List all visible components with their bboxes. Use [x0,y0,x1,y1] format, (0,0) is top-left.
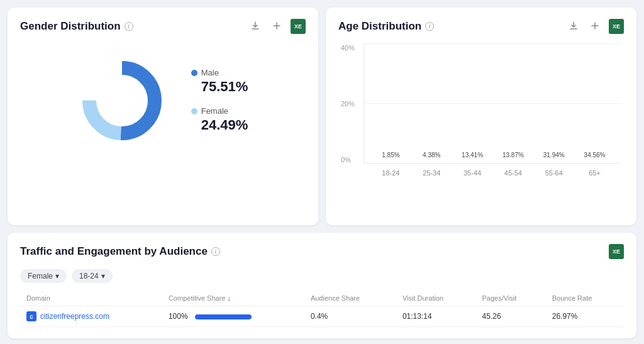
male-legend-label: Male [191,68,248,77]
male-value: 75.51% [191,79,248,95]
table-row-0: c citizenfreepress.com 100% 0.4%01:13:14… [20,306,624,327]
gender-chart-content: Male 75.51% Female 24.49% [20,44,306,157]
col-header-4: Pages/Visit [476,291,546,306]
traffic-info-icon[interactable]: i [211,247,220,256]
audience-share-cell-0: 0.4% [304,306,396,327]
filter-chevron: ▾ [55,272,59,280]
col-label-5: Bounce Rate [552,294,592,302]
chart-bars-container: 1.85%18-244.38%25-3413.41%35-4413.87%45-… [364,44,621,164]
pages-visit-cell-0: 45.26 [476,306,546,327]
gender-donut-chart [78,57,166,145]
gender-card-header: Gender Distribution i XE [20,19,306,34]
col-header-0: Domain [20,291,162,306]
col-header-5: Bounce Rate [546,291,624,306]
filter-chevron: ▾ [101,272,105,280]
col-header-3: Visit Duration [396,291,476,306]
bar-top-label-35-44: 13.41% [462,152,483,158]
visit-duration-cell-0: 01:13:14 [396,306,476,327]
male-dot [191,70,197,76]
female-legend-label: Female [191,106,248,116]
plus-icon [272,21,282,31]
female-value: 24.49% [191,117,248,133]
filter-pill-0[interactable]: Female ▾ [20,269,67,283]
age-download-icon [569,21,579,31]
gender-add-button[interactable] [269,19,284,34]
y-label: 0% [341,156,355,164]
table-header: DomainCompetitive Share↓Audience ShareVi… [20,291,624,306]
gender-excel-icon[interactable]: XE [291,19,306,34]
male-legend-item: Male 75.51% [191,68,248,95]
bounce-rate-cell-0: 26.97% [546,306,624,327]
age-plus-icon [590,21,600,31]
age-add-button[interactable] [587,19,602,34]
col-label-2: Audience Share [311,294,360,302]
bar-top-label-45-54: 13.87% [502,152,524,158]
age-card-actions: XE [566,19,624,34]
gender-info-icon[interactable]: i [125,22,133,31]
traffic-card-title: Traffic and Engagement by Audience i [20,245,220,258]
table-body: c citizenfreepress.com 100% 0.4%01:13:14… [20,306,624,327]
domain-cell-inner: c citizenfreepress.com [26,311,156,321]
age-distribution-card: Age Distribution i XE 0%20%40% [326,8,636,225]
col-label-0: Domain [26,294,50,302]
bar-bottom-label-18-24: 18-24 [382,169,399,177]
gender-card-actions: XE [248,19,306,34]
col-label-3: Visit Duration [402,294,443,302]
age-title-text: Age Distribution [338,20,421,33]
filter-pill-1[interactable]: 18-24 ▾ [72,269,113,283]
donut-center [98,77,146,125]
bar-bottom-label-55-64: 55-64 [545,169,563,177]
traffic-table: DomainCompetitive Share↓Audience ShareVi… [20,291,624,327]
col-label-1: Competitive Share [169,294,226,302]
bar-bottom-label-45-54: 45-54 [504,169,522,177]
download-icon [250,21,260,31]
traffic-engagement-card: Traffic and Engagement by Audience i XE … [8,233,636,338]
table-header-row: DomainCompetitive Share↓Audience ShareVi… [20,291,624,306]
bar-bottom-label-65+: 65+ [589,169,601,177]
bar-top-label-25-34: 4.38% [423,152,440,158]
traffic-title-text: Traffic and Engagement by Audience [20,245,208,258]
female-dot [191,108,197,114]
bar-top-label-55-64: 31.94% [543,152,565,158]
gender-download-button[interactable] [248,19,263,34]
col-label-4: Pages/Visit [482,294,517,302]
traffic-excel-icon[interactable]: XE [609,244,624,259]
domain-icon-0: c [26,311,36,321]
age-card-title: Age Distribution i [338,20,434,33]
bar-bottom-label-25-34: 25-34 [423,169,440,177]
male-label-text: Male [201,68,219,77]
bar-top-label-65+: 34.56% [584,152,606,158]
y-label: 20% [341,100,355,108]
y-label: 40% [341,44,355,52]
female-legend-item: Female 24.49% [191,106,248,133]
col-header-1[interactable]: Competitive Share↓ [162,291,304,306]
filter-row: Female ▾18-24 ▾ [20,269,624,283]
gender-legend: Male 75.51% Female 24.49% [191,68,248,133]
competitive-bar-fill-0 [195,314,252,319]
filter-label: 18-24 [79,272,99,280]
gender-title-text: Gender Distribution [20,20,121,33]
grid-line-20 [364,103,621,104]
female-label-text: Female [201,106,228,116]
traffic-card-header: Traffic and Engagement by Audience i XE [20,244,624,259]
age-download-button[interactable] [566,19,581,34]
competitive-pct-0: 100% [169,312,188,321]
filter-label: Female [28,272,53,280]
col-header-2: Audience Share [304,291,396,306]
y-axis-labels: 0%20%40% [341,44,355,164]
competitive-share-cell-0: 100% [162,306,304,327]
bar-top-label-18-24: 1.85% [382,152,399,158]
age-card-header: Age Distribution i XE [338,19,624,34]
donut-svg [78,57,166,145]
age-chart-inner: 0%20%40% 1.85%18-244.38%25-3413.41%35-44… [341,44,621,182]
age-chart-area: 0%20%40% 1.85%18-244.38%25-3413.41%35-44… [338,44,624,214]
grid-line-40 [364,43,621,44]
age-info-icon[interactable]: i [425,22,434,31]
bar-bottom-label-35-44: 35-44 [464,169,481,177]
competitive-bar-bg-0 [195,314,252,319]
age-excel-icon[interactable]: XE [609,19,624,34]
gender-distribution-card: Gender Distribution i XE [8,8,318,225]
gender-card-title: Gender Distribution i [20,20,133,33]
domain-name-0[interactable]: citizenfreepress.com [40,312,109,321]
domain-cell-0: c citizenfreepress.com [20,306,162,327]
